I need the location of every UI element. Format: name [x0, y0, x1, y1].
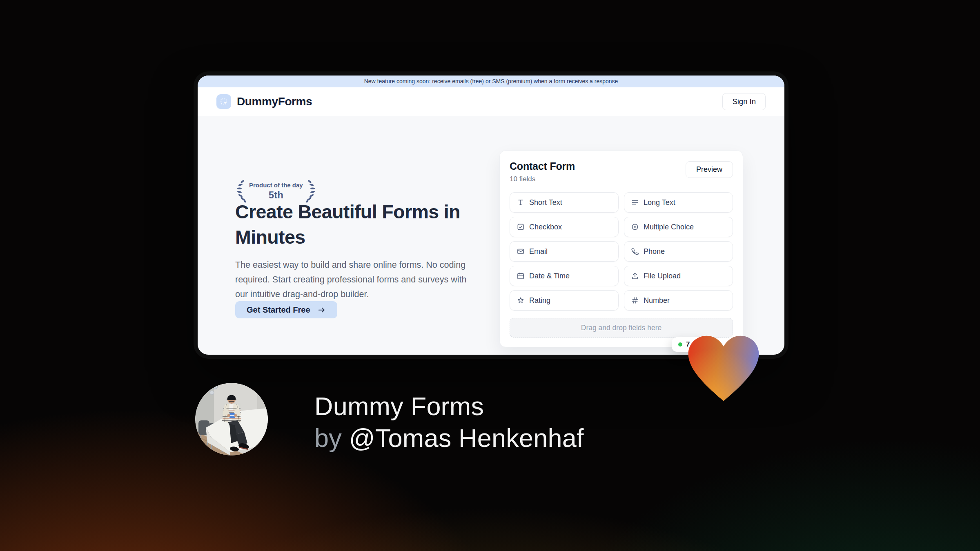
hash-icon [631, 296, 639, 304]
field-type-button[interactable]: Long Text [624, 192, 733, 213]
backdrop: New feature coming soon: receive emails … [0, 0, 980, 551]
field-type-label: Multiple Choice [644, 223, 694, 231]
field-type-label: Checkbox [529, 223, 562, 231]
field-type-button[interactable]: Phone [624, 241, 733, 262]
author-avatar [195, 383, 268, 455]
field-type-label: Short Text [529, 198, 562, 207]
hero-description: The easiest way to build and share onlin… [235, 258, 472, 302]
preview-button[interactable]: Preview [686, 161, 733, 178]
field-type-label: Email [529, 247, 548, 256]
checkbox-icon [517, 223, 525, 231]
field-type-label: Rating [529, 296, 550, 305]
field-type-button[interactable]: Rating [510, 290, 619, 311]
field-type-button[interactable]: Number [624, 290, 733, 311]
browser-mockup: New feature coming soon: receive emails … [198, 76, 784, 355]
attribution-line1: Dummy Forms [314, 390, 584, 422]
attribution-author: @Tomas Henkenhaf [349, 424, 584, 452]
email-icon [517, 247, 525, 256]
field-type-label: Date & Time [529, 272, 570, 280]
multiple-choice-icon [631, 223, 639, 231]
field-type-button[interactable]: Checkbox [510, 217, 619, 237]
app-header: DummyForms Sign In [198, 87, 784, 116]
green-dot-icon [678, 342, 682, 347]
field-type-button[interactable]: Multiple Choice [624, 217, 733, 237]
star-icon [517, 296, 525, 304]
field-type-grid: Short TextLong TextCheckboxMultiple Choi… [510, 192, 733, 311]
field-type-label: Long Text [644, 198, 675, 207]
field-type-label: File Upload [644, 272, 681, 280]
attribution: Dummy Forms by @Tomas Henkenhaf [314, 390, 584, 454]
field-type-label: Phone [644, 247, 665, 256]
form-builder-panel: Contact Form 10 fields Preview Short Tex… [499, 150, 743, 347]
brand-title: DummyForms [237, 95, 312, 108]
logo-cursor-icon [219, 97, 229, 107]
heart-icon [684, 331, 763, 404]
field-type-button[interactable]: Email [510, 241, 619, 262]
field-type-button[interactable]: Date & Time [510, 266, 619, 286]
phone-icon [631, 247, 639, 256]
attribution-by: by [314, 424, 342, 452]
field-type-label: Number [644, 296, 670, 305]
sign-in-button[interactable]: Sign In [722, 93, 766, 110]
attribution-line2: by @Tomas Henkenhaf [314, 422, 584, 454]
announcement-banner: New feature coming soon: receive emails … [198, 76, 784, 87]
arrow-right-icon [317, 306, 326, 314]
get-started-button[interactable]: Get Started Free [235, 301, 337, 318]
badge-line1: Product of the day [249, 182, 303, 189]
field-type-button[interactable]: File Upload [624, 266, 733, 286]
page-title: Create Beautiful Forms in Minutes [235, 199, 505, 250]
field-type-button[interactable]: Short Text [510, 192, 619, 213]
dummyforms-logo [216, 94, 231, 109]
short-text-icon [517, 198, 525, 207]
cta-label: Get Started Free [247, 305, 310, 315]
long-text-icon [631, 198, 639, 207]
upload-icon [631, 272, 639, 280]
calendar-icon [517, 272, 525, 280]
